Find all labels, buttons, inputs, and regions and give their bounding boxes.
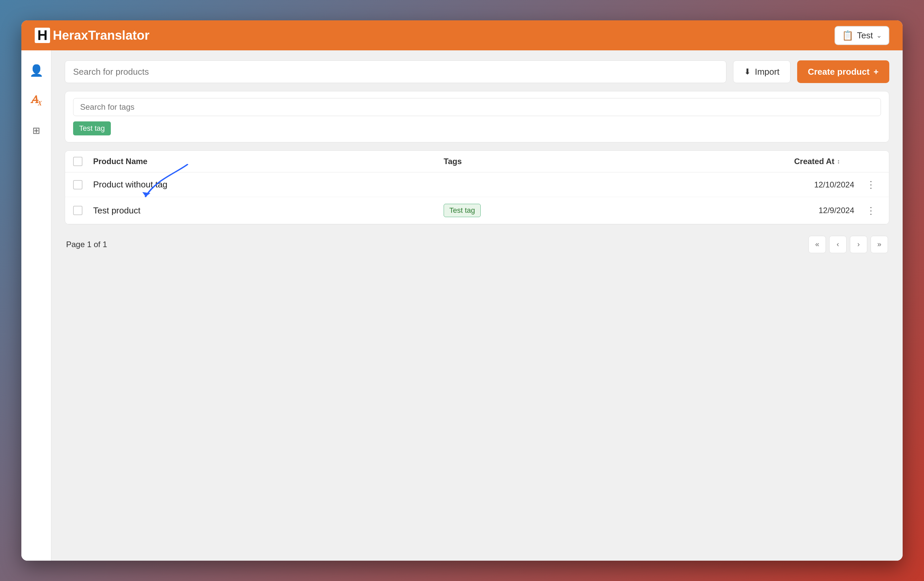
sidebar-item-translate[interactable]: A̶X: [26, 91, 46, 110]
row1-product-name: Product without tag: [93, 179, 444, 190]
qr-icon: ⊞: [32, 125, 40, 136]
row1-created-at: 12/10/2024: [794, 180, 861, 189]
search-row: ⬇ Import Create product +: [65, 60, 889, 83]
last-page-button[interactable]: »: [871, 236, 888, 253]
active-tags: Test tag: [73, 122, 881, 135]
pagination-info: Page 1 of 1: [66, 240, 107, 249]
table-header: Product Name Tags Created At ↕: [65, 151, 889, 173]
table-row: Test product Test tag 12/9/2024 ⋮: [65, 197, 889, 224]
user-icon: 👤: [30, 64, 43, 77]
header: H HeraxTranslator 📋 Test ⌄: [21, 20, 903, 50]
sidebar-item-qr[interactable]: ⊞: [26, 120, 46, 140]
first-page-button[interactable]: «: [808, 236, 826, 253]
row2-menu-button[interactable]: ⋮: [861, 205, 881, 216]
products-table: Product Name Tags Created At ↕: [65, 150, 889, 224]
pagination-controls: « ‹ › »: [808, 236, 888, 253]
header-product-name: Product Name: [93, 157, 444, 166]
account-switcher[interactable]: 📋 Test ⌄: [835, 26, 889, 45]
row1-checkbox[interactable]: [73, 180, 82, 189]
import-label: Import: [755, 67, 779, 77]
logo-icon: H: [35, 28, 50, 43]
logo: H HeraxTranslator: [35, 28, 150, 43]
prev-page-button[interactable]: ‹: [829, 236, 846, 253]
header-created-at[interactable]: Created At ↕: [794, 157, 861, 166]
product-search-input[interactable]: [65, 60, 726, 83]
next-page-button[interactable]: ›: [850, 236, 867, 253]
row2-checkbox[interactable]: [73, 206, 82, 215]
row1-menu-button[interactable]: ⋮: [861, 179, 881, 190]
sidebar-item-user[interactable]: 👤: [26, 60, 46, 81]
header-checkbox-cell: [73, 157, 93, 166]
row2-tags: Test tag: [444, 204, 794, 217]
create-product-label: Create product: [808, 67, 870, 77]
chevron-down-icon: ⌄: [876, 31, 882, 40]
row2-checkbox-cell: [73, 206, 93, 215]
row2-created-at: 12/9/2024: [794, 206, 861, 215]
import-button[interactable]: ⬇ Import: [733, 60, 790, 83]
plus-icon: +: [874, 67, 879, 77]
row1-checkbox-cell: [73, 180, 93, 189]
account-label: Test: [857, 30, 873, 41]
logo-text: HeraxTranslator: [53, 28, 149, 43]
tag-filter-area: Test tag: [65, 91, 889, 142]
tag-search-input[interactable]: [73, 98, 881, 116]
row2-product-name: Test product: [93, 206, 444, 216]
sort-icon: ↕: [837, 158, 840, 165]
content-area: ⬇ Import Create product + Test tag: [51, 50, 903, 561]
select-all-checkbox[interactable]: [73, 157, 82, 166]
active-tag-badge[interactable]: Test tag: [73, 122, 111, 135]
sidebar: 👤 A̶X ⊞: [21, 50, 51, 561]
header-tags: Tags: [444, 157, 794, 166]
app-window: H HeraxTranslator 📋 Test ⌄ 👤 A̶X ⊞: [21, 20, 903, 561]
main-layout: 👤 A̶X ⊞ ⬇ Import Create product +: [21, 50, 903, 561]
table-row: Product without tag 12/10/2024 ⋮: [65, 173, 889, 197]
row2-tag-badge: Test tag: [444, 204, 481, 217]
create-product-button[interactable]: Create product +: [797, 60, 889, 83]
account-icon: 📋: [842, 30, 853, 41]
pagination: Page 1 of 1 « ‹ › »: [65, 232, 889, 257]
import-icon: ⬇: [744, 67, 751, 76]
translate-icon: A̶X: [31, 94, 42, 107]
